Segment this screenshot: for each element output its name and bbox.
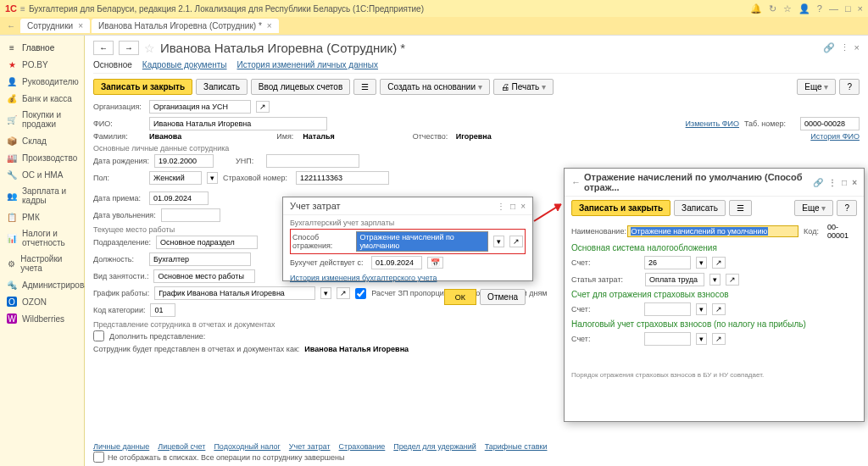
- name-input[interactable]: Отражение начислений по умолчанию: [627, 225, 799, 237]
- close-icon[interactable]: ×: [78, 21, 83, 31]
- help-icon[interactable]: ?: [817, 3, 822, 14]
- subtab-history[interactable]: История изменений личных данных: [237, 60, 378, 69]
- link-icon[interactable]: 🔗: [823, 42, 835, 53]
- list-icon-button[interactable]: ☰: [729, 200, 752, 216]
- close-icon[interactable]: ×: [520, 202, 526, 211]
- dropdown-icon[interactable]: ▾: [709, 274, 721, 286]
- nav-fwd-button[interactable]: →: [119, 41, 139, 55]
- close-icon[interactable]: ×: [267, 21, 272, 31]
- reflectmethod-input[interactable]: Отражение начислений по умолчанию: [356, 231, 488, 252]
- dropdown-icon[interactable]: ▾: [207, 172, 218, 184]
- history-icon[interactable]: ↻: [769, 3, 776, 14]
- nav-back-button[interactable]: ←: [93, 41, 114, 55]
- back-icon[interactable]: ←: [571, 177, 581, 187]
- link-insurance[interactable]: Страхование: [339, 442, 386, 451]
- insnum-input[interactable]: [296, 171, 389, 185]
- more-icon[interactable]: ⋮: [828, 178, 837, 187]
- sidebar-item-wildberries[interactable]: WWildberries: [0, 310, 84, 327]
- unp-input[interactable]: [266, 154, 359, 168]
- print-button[interactable]: 🖨 Печать: [493, 79, 554, 95]
- favorite-icon[interactable]: ☆: [144, 42, 155, 55]
- link-costs[interactable]: Учет затрат: [289, 442, 331, 451]
- position-input[interactable]: [149, 252, 251, 266]
- sidebar-item-settings[interactable]: ⚙Настройки учета: [0, 251, 84, 276]
- close-icon[interactable]: ×: [858, 3, 863, 14]
- sidebar-item-salary[interactable]: 👥Зарплата и кадры: [0, 183, 84, 208]
- sidebar-item-poby[interactable]: ★PO.BY: [0, 56, 84, 73]
- fio-input[interactable]: [149, 117, 327, 130]
- costitem-input[interactable]: [645, 273, 704, 286]
- nav-back-icon[interactable]: ←: [3, 21, 19, 31]
- dropdown-icon[interactable]: ▾: [696, 257, 707, 269]
- link-icon[interactable]: 🔗: [813, 178, 823, 187]
- save-close-button[interactable]: Записать и закрыть: [93, 79, 192, 95]
- subtab-docs[interactable]: Кадровые документы: [142, 60, 227, 69]
- sidebar-item-tax[interactable]: 📊Налоги и отчетность: [0, 225, 84, 251]
- taxinsaccount-input[interactable]: [644, 332, 691, 346]
- more-button[interactable]: Еще: [794, 200, 833, 216]
- user-icon[interactable]: 👤: [798, 3, 810, 14]
- tab-employee-card[interactable]: Иванова Наталья Игоревна (Сотрудник) * ×: [92, 19, 279, 33]
- sidebar-item-rmk[interactable]: 📋РМК: [0, 208, 84, 225]
- sidebar-item-assets[interactable]: 🔧ОС и НМА: [0, 166, 84, 183]
- subdivision-input[interactable]: [156, 236, 258, 249]
- sidebar-item-sales[interactable]: 🛒Покупки и продажи: [0, 107, 84, 132]
- saveclose-button[interactable]: Записать и закрыть: [571, 200, 670, 216]
- more-icon[interactable]: ⋮: [497, 202, 505, 211]
- gender-input[interactable]: [149, 171, 202, 185]
- birthdate-input[interactable]: [154, 154, 214, 168]
- employtype-input[interactable]: [153, 269, 255, 283]
- star-icon[interactable]: ☆: [783, 3, 792, 14]
- account-input[interactable]: [644, 256, 691, 269]
- open-icon[interactable]: ↗: [712, 257, 726, 269]
- insaccount-input[interactable]: [644, 302, 691, 316]
- subtab-main[interactable]: Основное: [93, 60, 132, 69]
- buhdate-input[interactable]: [371, 256, 422, 269]
- calendar-icon[interactable]: 📅: [427, 257, 443, 269]
- link-account[interactable]: Лицевой счет: [158, 442, 205, 451]
- dropdown-icon[interactable]: ▾: [696, 333, 707, 345]
- sidebar-item-main[interactable]: ≡Главное: [0, 39, 84, 56]
- firedate-input[interactable]: [161, 208, 220, 222]
- maximize-icon[interactable]: □: [842, 178, 847, 187]
- open-icon[interactable]: ↗: [509, 236, 523, 247]
- sidebar-item-warehouse[interactable]: 📦Склад: [0, 132, 84, 149]
- hide-checkbox[interactable]: [93, 452, 104, 463]
- close-icon[interactable]: ×: [854, 42, 860, 53]
- hiredate-input[interactable]: [149, 191, 209, 205]
- sidebar-item-admin[interactable]: 🔩Администрирование: [0, 276, 84, 293]
- sidebar-item-bank[interactable]: 💰Банк и касса: [0, 90, 84, 107]
- cancel-button[interactable]: Отмена: [480, 289, 526, 305]
- link-income-tax[interactable]: Подоходный налог: [214, 442, 280, 451]
- org-open-icon[interactable]: ↗: [256, 101, 270, 113]
- open-icon[interactable]: ↗: [726, 274, 739, 286]
- dropdown-icon[interactable]: ▾: [493, 236, 504, 247]
- open-icon[interactable]: ↗: [712, 333, 726, 345]
- save-button[interactable]: Записать: [196, 79, 248, 95]
- link-personal[interactable]: Личные данные: [93, 442, 149, 451]
- accounts-button[interactable]: Ввод лицевых счетов: [251, 79, 350, 95]
- change-fio-link[interactable]: Изменить ФИО: [686, 119, 739, 128]
- sidebar-item-production[interactable]: 🏭Производство: [0, 149, 84, 166]
- tab-employees[interactable]: Сотрудники ×: [20, 19, 90, 33]
- open-icon[interactable]: ↗: [712, 303, 726, 315]
- more-icon[interactable]: ⋮: [840, 42, 849, 53]
- dropdown-icon[interactable]: ▾: [696, 303, 707, 315]
- supplement-checkbox[interactable]: [93, 330, 104, 341]
- list-icon-button[interactable]: ☰: [353, 79, 376, 95]
- tabnum-input[interactable]: [800, 117, 860, 130]
- help-button[interactable]: ?: [839, 79, 860, 95]
- history-link[interactable]: История изменения бухгалтерского учета: [290, 274, 437, 282]
- save-button[interactable]: Записать: [674, 200, 726, 216]
- history-fio-link[interactable]: История ФИО: [810, 132, 860, 141]
- link-limit[interactable]: Предел для удержаний: [393, 442, 476, 451]
- minimize-icon[interactable]: —: [829, 3, 838, 14]
- sidebar-item-ozon[interactable]: OOZON: [0, 293, 84, 310]
- maximize-icon[interactable]: □: [510, 202, 515, 211]
- bell-icon[interactable]: 🔔: [750, 3, 762, 14]
- org-input[interactable]: [149, 100, 251, 114]
- create-based-button[interactable]: Создать на основании: [380, 79, 490, 95]
- ok-button[interactable]: ОК: [444, 289, 476, 305]
- sidebar-item-manager[interactable]: 👤Руководителю: [0, 73, 84, 90]
- hamburger-icon[interactable]: ≡: [20, 4, 25, 14]
